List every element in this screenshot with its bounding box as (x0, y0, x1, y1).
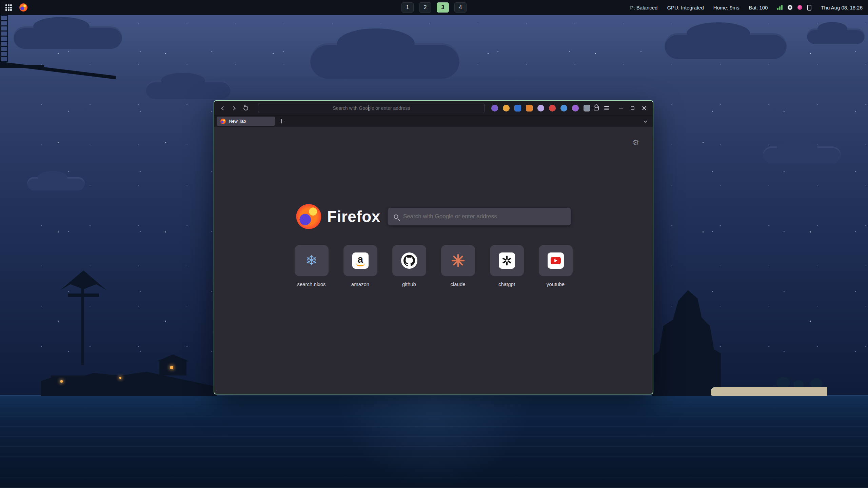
new-tab-button[interactable] (277, 117, 286, 126)
maximize-icon (631, 106, 634, 110)
workspace-2[interactable]: 2 (419, 2, 431, 13)
extension-icon-9[interactable] (584, 105, 590, 111)
firefox-launcher-icon[interactable] (19, 3, 27, 12)
newtab-hero: Firefox (296, 204, 571, 229)
shortcut-tile (539, 245, 573, 276)
extension-buttons (491, 105, 590, 111)
forward-icon (231, 106, 236, 110)
extension-icon-4[interactable] (526, 105, 533, 111)
extension-icon-7[interactable] (560, 105, 567, 111)
clock: Thu Aug 08, 18:26 (821, 5, 863, 11)
cloud (14, 26, 122, 49)
extensions-puzzle-icon[interactable] (594, 106, 599, 110)
tab-new-tab[interactable]: New Tab (217, 117, 275, 126)
shortcut-tile (490, 245, 524, 276)
url-bar[interactable] (258, 103, 485, 113)
tray-icons (777, 5, 811, 11)
extension-icon-5[interactable] (537, 105, 544, 111)
tab-list-button[interactable] (642, 117, 650, 126)
new-tab-page: ⚙ Firefox ❄ search.nixos a (214, 127, 653, 394)
search-icon (394, 215, 398, 219)
shortcut-amazon[interactable]: a amazon (343, 245, 377, 287)
window-controls (616, 103, 649, 113)
sea-glow (336, 395, 532, 488)
shrub (776, 377, 790, 388)
shortcut-tile (441, 245, 475, 276)
newtab-search-bar[interactable] (388, 208, 571, 225)
network-signal-icon[interactable] (777, 5, 783, 10)
newtab-search-input[interactable] (403, 213, 565, 220)
cloud (763, 146, 841, 163)
extension-icon-6[interactable] (549, 105, 556, 111)
firefox-wordmark: Firefox (327, 207, 380, 226)
amazon-letter: a (357, 255, 363, 264)
extension-icon-3[interactable] (514, 105, 521, 111)
workspace-4[interactable]: 4 (454, 2, 467, 13)
amazon-icon: a (352, 252, 369, 269)
reload-button[interactable] (241, 103, 251, 113)
beach-sand (711, 387, 827, 396)
nixos-snowflake-icon: ❄ (305, 253, 317, 268)
app-menu-button[interactable] (604, 106, 609, 110)
shortcut-label: search.nixos (297, 281, 326, 287)
shortcut-label: chatgpt (498, 281, 515, 287)
display-tray-icon[interactable] (807, 5, 811, 11)
bluetooth-tray-icon[interactable] (788, 5, 792, 10)
minimize-button[interactable] (616, 103, 626, 113)
chevron-down-icon (644, 119, 647, 122)
close-icon (642, 106, 647, 110)
shortcut-chatgpt[interactable]: chatgpt (490, 245, 524, 287)
claude-starburst-icon (451, 253, 466, 268)
extension-icon-8[interactable] (572, 105, 579, 111)
cloud (807, 28, 865, 44)
back-icon (221, 106, 225, 110)
status-bar: 1 2 3 4 P: Balanced GPU: Integrated Home… (0, 0, 868, 15)
power-profile-status: P: Balanced (630, 5, 658, 11)
workspace-1[interactable]: 1 (401, 2, 414, 13)
island-lamp (60, 380, 63, 383)
close-button[interactable] (639, 103, 649, 113)
shortcut-tile: ❄ (295, 245, 329, 276)
amazon-smile (356, 263, 365, 266)
cloud (146, 81, 231, 99)
shortcut-label: amazon (351, 281, 369, 287)
status-modules: P: Balanced GPU: Integrated Home: 9ms Ba… (630, 5, 863, 11)
browser-toolbar (214, 101, 653, 115)
youtube-play-icon (548, 252, 564, 269)
tab-bar: New Tab (214, 115, 653, 127)
shortcut-tiles: ❄ search.nixos a amazon (295, 245, 573, 287)
forward-button[interactable] (229, 103, 239, 113)
minimize-icon (619, 108, 623, 108)
shortcut-youtube[interactable]: youtube (539, 245, 573, 287)
island-lamp (170, 366, 173, 369)
newtab-settings-gear-icon[interactable]: ⚙ (632, 139, 639, 146)
tab-title: New Tab (229, 119, 246, 124)
shortcut-search-nixos[interactable]: ❄ search.nixos (295, 245, 329, 287)
island-lamp (119, 377, 121, 379)
tab-favicon (220, 119, 226, 124)
github-octocat-icon (401, 252, 417, 269)
color-tray-icon[interactable] (797, 5, 802, 10)
shortcut-github[interactable]: github (392, 245, 426, 287)
shortcut-claude[interactable]: claude (441, 245, 475, 287)
cloud (27, 177, 85, 190)
firefox-logo (296, 204, 321, 229)
reload-icon (242, 105, 249, 111)
firefox-window: New Tab ⚙ Firefox ❄ search.nixos (214, 100, 653, 394)
chatgpt-knot-icon (499, 252, 515, 269)
extension-icon-1[interactable] (491, 105, 498, 111)
back-button[interactable] (218, 103, 227, 113)
shortcut-label: youtube (547, 281, 565, 287)
shortcut-label: claude (450, 281, 465, 287)
maximize-button[interactable] (628, 103, 638, 113)
workspace-3-active[interactable]: 3 (437, 2, 449, 13)
home-latency-status: Home: 9ms (713, 5, 739, 11)
url-input[interactable] (258, 105, 484, 111)
extension-icon-2[interactable] (503, 105, 510, 111)
shortcut-tile: a (343, 245, 377, 276)
cloud (310, 43, 459, 79)
watchtower-pole (81, 280, 84, 365)
workspace-switcher: 1 2 3 4 (401, 2, 467, 13)
app-launcher-icon[interactable] (5, 4, 12, 11)
battery-status: Bat: 100 (749, 5, 768, 11)
